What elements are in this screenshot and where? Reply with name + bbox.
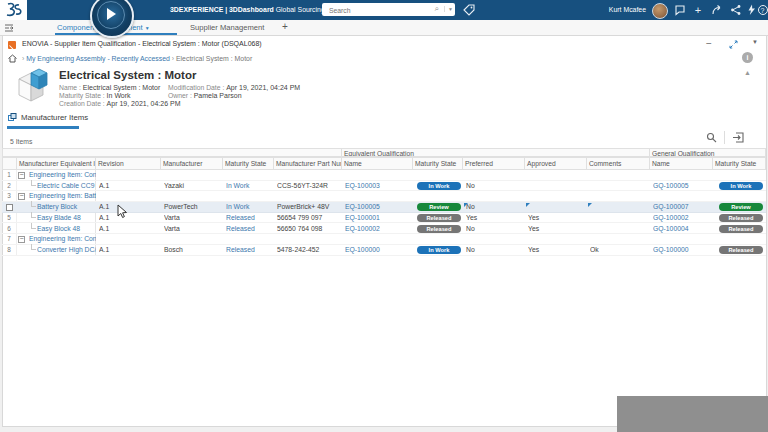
expand-icon[interactable] <box>729 40 738 49</box>
items-count: 5 Items <box>10 138 32 145</box>
breadcrumb: › My Engineering Assembly - Recently Acc… <box>22 54 252 64</box>
share-nodes-icon[interactable] <box>730 4 742 16</box>
lightning-icon[interactable] <box>746 4 758 16</box>
breadcrumb-sep: › <box>22 55 24 62</box>
tab-chevron-down-icon[interactable]: ▼ <box>145 25 150 31</box>
field-owner: Owner : Pamela Parson <box>168 92 242 100</box>
search-icon[interactable]: ⌕ <box>435 4 439 14</box>
widget-menu-icon[interactable]: ▼ <box>752 39 758 45</box>
global-search[interactable]: ⌕ ▼ <box>322 3 455 16</box>
collapse-header-icon[interactable]: ▲ <box>744 69 751 76</box>
screen-watermark <box>617 396 768 432</box>
help-icon[interactable]: ? <box>758 5 768 15</box>
field-creation-label: Creation Date : <box>59 100 105 107</box>
share-icon[interactable] <box>711 4 723 16</box>
panel-toggle-icon[interactable] <box>4 23 14 33</box>
widget-title: ENOVIA - Supplier Item Qualification - E… <box>22 40 262 47</box>
field-name: Name : Electrical System : Motor <box>59 84 160 92</box>
table-search-icon[interactable] <box>706 132 717 143</box>
breadcrumb-current: Electrical System : Motor <box>176 55 252 62</box>
field-maturity-label: Maturity State : <box>59 92 105 99</box>
field-modification-label: Modification Date : <box>168 84 224 91</box>
search-input[interactable] <box>327 3 426 18</box>
minimize-icon[interactable]: − <box>706 38 712 49</box>
home-icon[interactable] <box>8 54 17 63</box>
play-icon <box>107 8 116 20</box>
export-icon[interactable] <box>732 132 744 143</box>
chat-icon[interactable] <box>674 4 686 16</box>
page-title: Electrical System : Motor <box>59 69 196 81</box>
enovia-app-icon <box>8 41 16 49</box>
field-maturity-value: In Work <box>107 92 131 99</box>
field-name-label: Name : <box>59 84 81 91</box>
field-name-value: Electrical System : Motor <box>83 84 160 91</box>
add-tab-button[interactable]: + <box>282 19 288 34</box>
field-creation-value: Apr 19, 2021, 04:26 PM <box>107 100 181 107</box>
info-icon[interactable]: i <box>742 52 753 63</box>
field-owner-value: Pamela Parson <box>194 92 242 99</box>
add-icon[interactable]: + <box>691 0 705 20</box>
field-owner-label: Owner : <box>168 92 192 99</box>
avatar[interactable] <box>652 3 668 19</box>
3ds-logo[interactable] <box>0 0 27 20</box>
manufacturer-items-icon <box>8 113 17 122</box>
brand-name: 3DEXPERIENCE | 3DDashboard <box>170 6 274 13</box>
field-creation: Creation Date : Apr 19, 2021, 04:26 PM <box>59 100 181 108</box>
field-modification: Modification Date : Apr 19, 2021, 04:24 … <box>168 84 300 92</box>
search-dropdown-icon[interactable]: ▼ <box>444 6 453 12</box>
tag-icon[interactable] <box>463 4 475 16</box>
tab-manufacturer-items[interactable]: Manufacturer Items <box>21 113 88 122</box>
toolbar-divider <box>724 131 725 144</box>
subtab-underline <box>7 126 79 129</box>
breadcrumb-link-assembly[interactable]: My Engineering Assembly - Recently Acces… <box>26 55 170 62</box>
field-modification-value: Apr 19, 2021, 04:24 PM <box>226 84 300 91</box>
breadcrumb-sep2: › <box>172 55 174 62</box>
user-name[interactable]: Kurt Mcafee <box>590 0 646 20</box>
object-thumbnail-cube <box>11 67 51 107</box>
mouse-cursor <box>117 204 128 219</box>
tab-supplier-management[interactable]: Supplier Management <box>190 20 264 35</box>
field-maturity: Maturity State : In Work <box>59 92 131 100</box>
